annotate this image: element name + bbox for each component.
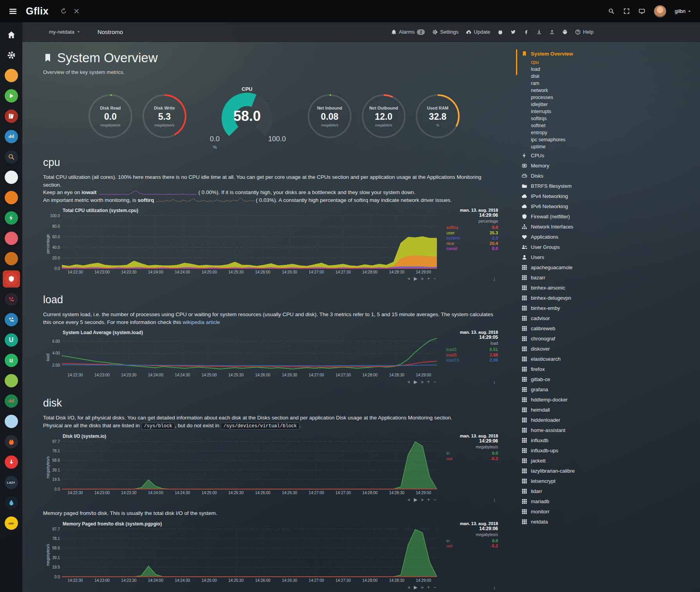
sidebar-settings[interactable] [3,47,20,64]
sidebar-app-lazy[interactable]: LAZY [3,474,20,491]
menu-item-idlejitter[interactable]: idlejitter [521,101,694,108]
menu-item-jackett[interactable]: jackett [521,455,694,466]
sidebar-app-books[interactable] [3,108,20,125]
menu-item-btrfs-filesystem[interactable]: BTRFS filesystem [521,181,694,191]
chart-pan-forward-button[interactable]: » [421,497,424,502]
menu-item-cpus[interactable]: CPUs [521,150,694,160]
sidebar-app-blue-dots[interactable] [3,311,20,328]
legend-item-load1[interactable]: load16.51 [446,347,498,353]
sidebar-app-down-arrow[interactable] [3,453,20,471]
legend-item-system[interactable]: system2.3 [446,236,498,241]
twitter-button[interactable] [511,29,516,35]
menu-item-grafana[interactable]: grafana [521,384,694,394]
menu-item-letsencrypt[interactable]: letsencrypt [521,476,694,486]
github-button[interactable] [498,29,503,35]
menu-item-memory[interactable]: Memory [521,160,694,171]
legend-item-in[interactable]: in0.0 [446,538,498,544]
menu-item-entropy[interactable]: entropy [521,129,694,136]
server-dropdown[interactable]: my-netdata [49,29,80,35]
chart-pan-back-button[interactable]: « [408,497,410,502]
menu-item-gitlab-ce[interactable]: gitlab-ce [521,374,694,384]
close-tab-icon[interactable] [73,8,80,14]
menu-item-users[interactable]: Users [521,252,694,262]
chart-zoom-in-button[interactable]: + [427,497,430,502]
menu-item-hddtemp-docker[interactable]: hddtemp-docker [521,394,694,405]
chart-zoom-in-button[interactable]: + [427,379,430,385]
menu-item-softnet[interactable]: softnet [521,122,694,129]
legend-item-softirq[interactable]: softirq0.0 [446,225,498,230]
export-button[interactable] [536,29,542,35]
menu-item-influxdb[interactable]: influxdb [521,435,694,445]
menu-item-firefox[interactable]: firefox [521,364,694,374]
hamburger-menu-icon[interactable] [9,7,17,16]
menu-item-bazarr[interactable]: bazarr [521,272,694,283]
menu-item-hiddenloader[interactable]: hiddenloader [521,415,694,425]
menu-item-network-interfaces[interactable]: Network Interfaces [521,221,694,232]
sidebar-app-green-bars[interactable] [3,392,20,410]
chart-zoom-out-button[interactable]: − [433,497,436,502]
chart-play-button[interactable]: ▶ [414,379,417,385]
refresh-tab-icon[interactable] [60,8,67,14]
sidebar-app-red-dots[interactable] [3,291,20,308]
menu-item-disks[interactable]: Disks [521,171,694,181]
sidebar-app-teal-u[interactable]: U [3,331,20,349]
update-button[interactable]: Update [466,29,490,35]
chart-pan-back-button[interactable]: « [408,379,410,385]
menu-item-chronograf[interactable]: chronograf [521,333,694,344]
menu-item-user-groups[interactable]: User Groups [521,242,694,252]
sidebar-app-lime-circle[interactable] [3,372,20,389]
menu-item-home-assistant[interactable]: home-assistant [521,425,694,435]
sidebar-app-soundbars[interactable] [3,128,20,145]
help-button[interactable]: Help [575,29,594,35]
chart-pan-forward-button[interactable]: » [421,276,424,281]
legend-item-user[interactable]: user35.3 [446,230,498,236]
legend-item-load5[interactable]: load52.68 [446,353,498,358]
chart-plot-area[interactable]: 14:22:3014:23:0014:23:3014:24:0014:24:30… [44,527,439,583]
menu-item-diskover[interactable]: diskover [521,344,694,354]
print-button[interactable] [562,29,568,35]
facebook-button[interactable] [523,29,529,35]
alarms-button[interactable]: Alarms 2 [391,29,425,35]
legend-item-out[interactable]: out-5.2 [446,543,498,549]
menu-item-load[interactable]: load [521,66,694,73]
menu-item-mariadb[interactable]: mariadb [521,496,694,506]
menu-item-uptime[interactable]: uptime [521,143,694,150]
menu-item-disk[interactable]: disk [521,73,694,80]
menu-item-apacheguacamole[interactable]: apacheguacamole [521,262,694,272]
user-menu[interactable]: gilbn [675,8,691,14]
sidebar-app-green-play[interactable] [3,87,20,104]
sidebar-app-orange-ball[interactable] [3,189,20,206]
chart-zoom-out-button[interactable]: − [433,276,436,281]
menu-item-binhex-emby[interactable]: binhex-emby [521,303,694,313]
chart-resize-handle[interactable]: ↕ [493,379,496,385]
netdata-brand[interactable]: Nostromo [97,29,123,35]
chart-zoom-in-button[interactable]: + [427,585,430,590]
legend-item-iowait[interactable]: iowait0.0 [446,246,498,252]
menu-item-ram[interactable]: ram [521,80,694,87]
menu-item-influxdb-ups[interactable]: influxdb-ups [521,445,694,455]
sidebar-app-drop[interactable] [3,494,20,511]
chart-zoom-in-button[interactable]: + [427,276,430,281]
sidebar-app-pink-circle[interactable] [3,230,20,247]
chart-resize-handle[interactable]: ↕ [493,585,496,590]
import-button[interactable] [549,29,555,35]
chart-zoom-out-button[interactable]: − [433,379,436,385]
legend-item-in[interactable]: in0.0 [446,451,498,456]
sidebar-app-sky-circle[interactable] [3,413,20,430]
wikipedia-link[interactable]: wikipedia article [182,319,220,325]
sidebar-app-sab[interactable]: sab [3,515,20,532]
avatar[interactable] [654,5,666,18]
menu-item-ipc-semaphores[interactable]: ipc semaphores [521,136,694,143]
chart-resize-handle[interactable]: ↕ [493,497,496,503]
sidebar-home[interactable] [3,26,20,43]
sidebar-app-orange-circle[interactable] [3,67,20,84]
chart-play-button[interactable]: ▶ [414,276,417,281]
menu-item-calibreweb[interactable]: calibreweb [521,323,694,333]
chart-plot-area[interactable]: 14:22:3014:23:0014:23:3014:24:0014:24:30… [44,214,439,275]
menu-item-system-overview[interactable]: System Overview [521,49,694,59]
chart-plot-area[interactable]: 14:22:3014:23:0014:23:3014:24:0014:24:30… [44,336,439,378]
sidebar-app-red-shield[interactable] [3,270,20,288]
legend-item-load15[interactable]: load152.06 [446,358,498,363]
chart-pan-forward-button[interactable]: » [421,379,424,385]
menu-item-network[interactable]: network [521,87,694,94]
